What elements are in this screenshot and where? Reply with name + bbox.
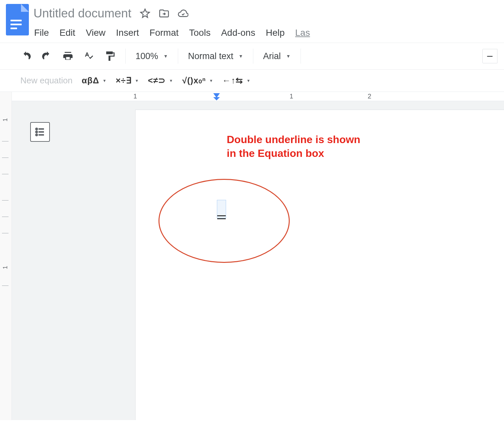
annotation-ellipse (158, 179, 290, 263)
chevron-down-icon: ▼ (286, 53, 291, 59)
undo-icon[interactable] (20, 51, 32, 62)
document-area: 1 1 1 1 2 (0, 92, 504, 420)
chevron-down-icon: ▼ (239, 53, 243, 59)
paragraph-style-dropdown[interactable]: Normal text ▼ (188, 51, 243, 61)
print-icon[interactable] (62, 51, 74, 62)
star-icon[interactable] (140, 8, 150, 19)
svg-point-0 (36, 128, 37, 130)
menu-help[interactable]: Help (266, 28, 285, 38)
font-size-decrease-button[interactable]: − (482, 49, 497, 63)
font-dropdown[interactable]: Arial ▼ (263, 51, 291, 61)
title-bar: Untitled document File Edit View Insert … (0, 0, 504, 43)
cloud-status-icon[interactable] (178, 8, 188, 19)
chevron-down-icon: ▼ (163, 53, 168, 59)
svg-point-2 (36, 131, 37, 133)
toolbar-main: 100% ▼ Normal text ▼ Arial ▼ − (0, 43, 504, 70)
math-operations-dropdown[interactable]: √()x₀ⁿ ▼ (182, 75, 213, 86)
spellcheck-icon[interactable] (83, 51, 94, 62)
redo-icon[interactable] (41, 51, 52, 62)
font-value: Arial (263, 51, 281, 61)
menu-view[interactable]: View (86, 28, 105, 38)
chevron-down-icon: ▼ (135, 78, 139, 83)
new-equation-button[interactable]: New equation (20, 75, 73, 86)
chevron-down-icon: ▼ (209, 78, 213, 83)
arrows-dropdown[interactable]: ←↑⇆ ▼ (222, 75, 250, 86)
menu-bar: File Edit View Insert Format Tools Add-o… (33, 20, 498, 43)
chevron-down-icon: ▼ (246, 78, 250, 83)
menu-last-edit[interactable]: Las (295, 28, 310, 38)
toolbar-equation: New equation αβΔ ▼ ×÷∃ ▼ <≠⊃ ▼ √()x₀ⁿ ▼ … (0, 70, 504, 92)
menu-tools[interactable]: Tools (189, 28, 210, 38)
chevron-down-icon: ▼ (169, 78, 173, 83)
annotation-text: Double underline is shown in the Equatio… (227, 133, 365, 160)
menu-edit[interactable]: Edit (59, 28, 75, 38)
chevron-down-icon: ▼ (103, 78, 107, 83)
docs-app-icon[interactable] (6, 4, 29, 35)
menu-format[interactable]: Format (150, 28, 179, 38)
svg-point-4 (36, 134, 37, 136)
horizontal-ruler[interactable]: 1 1 2 (12, 92, 504, 101)
style-value: Normal text (188, 51, 233, 61)
menu-file[interactable]: File (34, 28, 49, 38)
indent-marker-down-icon[interactable] (213, 97, 220, 100)
menu-addons[interactable]: Add-ons (221, 28, 255, 38)
document-title[interactable]: Untitled document (33, 7, 131, 20)
paint-format-icon[interactable] (104, 51, 116, 62)
zoom-dropdown[interactable]: 100% ▼ (136, 51, 168, 61)
vertical-ruler[interactable]: 1 1 (0, 92, 12, 420)
greek-letters-dropdown[interactable]: αβΔ ▼ (82, 75, 106, 86)
relations-dropdown[interactable]: <≠⊃ ▼ (148, 75, 173, 86)
move-folder-icon[interactable] (159, 8, 169, 19)
document-outline-button[interactable] (30, 122, 50, 142)
misc-operations-dropdown[interactable]: ×÷∃ ▼ (116, 75, 138, 86)
menu-insert[interactable]: Insert (116, 28, 139, 38)
equation-box[interactable] (217, 200, 226, 218)
zoom-value: 100% (136, 51, 158, 61)
document-page[interactable]: Double underline is shown in the Equatio… (135, 110, 504, 420)
